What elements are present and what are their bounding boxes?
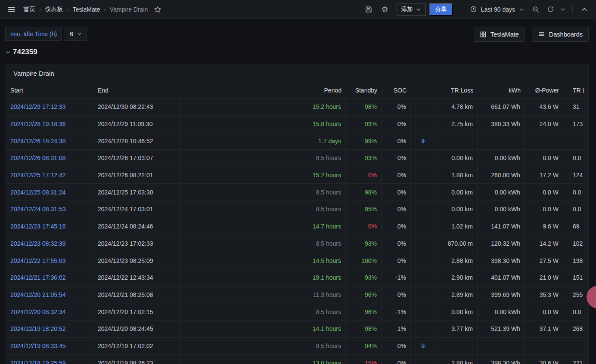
breadcrumb-item[interactable]: 首页 bbox=[23, 6, 35, 13]
cell-tr_lossh: 0.0 bbox=[563, 201, 584, 218]
add-button[interactable]: 添加 bbox=[397, 3, 426, 16]
column-header-start[interactable]: Start bbox=[6, 82, 93, 98]
variable-label[interactable]: min. Idle Time (h) bbox=[5, 27, 62, 41]
column-header-tr_loss[interactable]: TR Loss bbox=[435, 82, 478, 98]
cell-soc: -1% bbox=[382, 321, 411, 338]
start-time-link[interactable]: 2024/12/25 08:31:24 bbox=[10, 189, 65, 196]
cell-tr_loss: 3.77 km bbox=[435, 321, 478, 338]
column-header-standby[interactable]: Standby bbox=[346, 82, 382, 98]
cell-frozen bbox=[411, 99, 435, 116]
start-time-link[interactable]: 2024/12/26 18:24:38 bbox=[10, 138, 65, 145]
start-time-link[interactable]: 2024/12/22 17:55:03 bbox=[10, 257, 65, 264]
breadcrumb-separator: › bbox=[104, 6, 106, 12]
column-header-frozen bbox=[411, 82, 435, 98]
cell-frozen bbox=[411, 150, 435, 167]
breadcrumb-separator: › bbox=[67, 6, 68, 12]
start-time-link[interactable]: 2024/12/19 18:20:52 bbox=[10, 325, 65, 332]
collapse-navbar-icon[interactable] bbox=[578, 3, 591, 16]
cell-tr_lossh bbox=[563, 338, 584, 355]
cell-kwh: 0.00 kWh bbox=[478, 150, 525, 167]
cell-soc: -1% bbox=[382, 303, 411, 321]
start-time-link[interactable]: 2024/12/23 17:45:16 bbox=[10, 223, 65, 230]
cell-frozen bbox=[411, 167, 435, 184]
cell-tr_lossh: 221 bbox=[563, 355, 584, 364]
cell-standby: 96% bbox=[346, 303, 382, 321]
start-time-link[interactable]: 2024/12/24 08:31:53 bbox=[10, 206, 65, 213]
cell-standby: 99% bbox=[346, 116, 382, 133]
table-row: 2024/12/24 08:31:532024/12/24 17:03:018.… bbox=[6, 201, 584, 218]
column-header-tr_lossh[interactable]: TR Lo bbox=[563, 82, 584, 98]
cell-soc: 0% bbox=[382, 235, 411, 253]
menu-icon[interactable] bbox=[5, 3, 18, 16]
teslamate-link-button[interactable]: TeslaMate bbox=[474, 27, 525, 42]
refresh-interval-dropdown[interactable] bbox=[559, 3, 567, 16]
column-header-soc[interactable]: SOC bbox=[382, 82, 411, 98]
start-time-link[interactable]: 2024/12/19 08:33:45 bbox=[10, 342, 65, 349]
panel-title[interactable]: Vampire Drain bbox=[6, 65, 588, 82]
column-header-end[interactable]: End bbox=[93, 82, 180, 98]
cell-soc: 0% bbox=[382, 252, 411, 269]
cell-tr_lossh: 151 bbox=[563, 269, 584, 287]
start-time-link[interactable]: 2024/12/18 19:25:59 bbox=[10, 360, 65, 364]
cell-period: 15.2 hours bbox=[180, 99, 346, 116]
cell-standby: 98% bbox=[346, 184, 382, 201]
column-header-period[interactable]: Period bbox=[180, 82, 346, 98]
cell-tr_loss: 4.78 km bbox=[435, 99, 478, 116]
gear-icon[interactable]: ⚙ bbox=[379, 3, 391, 16]
start-time-link[interactable]: 2024/12/25 17:12:42 bbox=[10, 172, 65, 179]
zoom-out-icon[interactable] bbox=[529, 3, 542, 16]
cell-period: 8.5 hours bbox=[180, 235, 346, 253]
cell-period: 8.5 hours bbox=[180, 184, 346, 201]
clock-icon bbox=[470, 6, 477, 13]
cell-kwh: 0.00 kWh bbox=[478, 201, 525, 218]
share-button[interactable]: 分享 bbox=[429, 3, 453, 16]
time-range-picker[interactable]: Last 90 days bbox=[466, 3, 528, 16]
cell-start: 2024/12/20 21:05:54 bbox=[6, 287, 93, 304]
row-section-title: 742359 bbox=[13, 48, 37, 56]
cell-standby: 0% bbox=[346, 167, 382, 184]
apps-grid-icon bbox=[480, 31, 487, 38]
cell-power bbox=[525, 133, 563, 150]
cell-end: 2024/12/23 17:02:33 bbox=[93, 235, 180, 253]
cell-kwh bbox=[478, 338, 525, 355]
cell-soc: 0% bbox=[382, 150, 411, 167]
cell-end: 2024/12/24 08:24:46 bbox=[93, 218, 180, 235]
add-button-label: 添加 bbox=[401, 6, 413, 13]
table-scrollbar[interactable] bbox=[584, 82, 588, 364]
cell-period: 8.5 hours bbox=[180, 150, 346, 167]
cell-tr_loss: 0.00 km bbox=[435, 201, 478, 218]
breadcrumb-item[interactable]: 仪表板 bbox=[45, 6, 63, 13]
start-time-link[interactable]: 2024/12/20 08:32:34 bbox=[10, 308, 65, 315]
table-row: 2024/12/20 21:05:542024/12/21 08:25:0811… bbox=[6, 287, 584, 304]
column-header-kwh[interactable]: kWh bbox=[478, 82, 525, 98]
list-icon bbox=[538, 31, 545, 38]
cell-end: 2024/12/21 08:25:08 bbox=[93, 287, 180, 304]
cell-tr_loss bbox=[435, 133, 478, 150]
breadcrumb-item[interactable]: TeslaMate bbox=[73, 6, 100, 13]
cell-power: 0.0 W bbox=[525, 201, 563, 218]
cell-tr_lossh: 69 bbox=[563, 218, 584, 235]
cell-power: 27.5 W bbox=[525, 252, 563, 269]
cell-end: 2024/12/23 08:25:09 bbox=[93, 252, 180, 269]
start-time-link[interactable]: 2024/12/29 17:12:33 bbox=[10, 103, 65, 110]
cell-power: 35.3 W bbox=[525, 287, 563, 304]
start-time-link[interactable]: 2024/12/21 17:36:02 bbox=[10, 274, 65, 281]
cell-soc: 0% bbox=[382, 99, 411, 116]
table-row: 2024/12/25 08:31:242024/12/25 17:03:308.… bbox=[6, 184, 584, 201]
dashboards-link-button[interactable]: Dashboards bbox=[532, 27, 589, 42]
star-icon[interactable] bbox=[151, 3, 164, 16]
refresh-icon[interactable] bbox=[544, 3, 557, 16]
cell-power: 24.0 W bbox=[525, 116, 563, 133]
cell-tr_lossh: 0.0 bbox=[563, 150, 584, 167]
column-header-power[interactable]: Ø-Power bbox=[525, 82, 563, 98]
variable-value-dropdown[interactable]: 6 bbox=[65, 27, 87, 41]
start-time-link[interactable]: 2024/12/23 08:32:39 bbox=[10, 240, 65, 247]
cell-kwh: 260.00 Wh bbox=[478, 167, 525, 184]
start-time-link[interactable]: 2024/12/20 21:05:54 bbox=[10, 291, 65, 298]
chevron-down-icon bbox=[5, 49, 11, 55]
start-time-link[interactable]: 2024/12/26 08:31:08 bbox=[10, 154, 65, 161]
save-icon[interactable] bbox=[362, 3, 375, 16]
dashboard-row-toggle[interactable]: 742359 bbox=[5, 48, 37, 56]
start-time-link[interactable]: 2024/12/28 19:18:36 bbox=[10, 120, 65, 127]
breadcrumb-item: Vampire Drain bbox=[110, 6, 148, 13]
